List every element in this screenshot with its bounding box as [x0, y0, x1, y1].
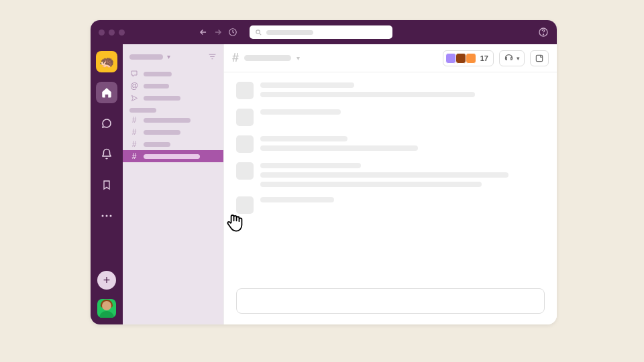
- minimize-icon[interactable]: [109, 29, 115, 36]
- member-count: 17: [480, 54, 488, 62]
- huddle-button[interactable]: ▾: [499, 50, 525, 66]
- rail-dms[interactable]: [96, 113, 117, 134]
- history-nav: [199, 27, 237, 37]
- channels-section-header[interactable]: [123, 104, 223, 114]
- sidebar-nav-item[interactable]: [123, 92, 223, 104]
- message-text-line: [260, 136, 347, 141]
- channel-view: # ▾ 17 ▾: [223, 44, 557, 324]
- members-button[interactable]: 17: [443, 50, 494, 66]
- message-icon: [129, 70, 139, 78]
- message-avatar: [236, 196, 254, 214]
- svg-point-3: [543, 34, 543, 35]
- rail-activity[interactable]: [96, 143, 117, 165]
- hash-icon: #: [129, 139, 139, 149]
- message-text-line: [260, 92, 475, 97]
- workspace-switcher[interactable]: 🦔: [96, 51, 117, 72]
- message-item[interactable]: [236, 135, 545, 153]
- message-text-line: [260, 163, 361, 168]
- filter-button[interactable]: [208, 52, 217, 61]
- help-button[interactable]: [538, 27, 549, 38]
- message-text-line: [260, 82, 354, 88]
- workspace-name[interactable]: [129, 54, 163, 60]
- member-avatar: [455, 53, 466, 64]
- message-text-line: [260, 172, 508, 178]
- message-avatar: [236, 135, 254, 153]
- channel-label: [144, 154, 200, 159]
- channel-sidebar: ▾ @ ####: [123, 44, 223, 324]
- create-button[interactable]: +: [97, 271, 116, 290]
- titlebar: [91, 20, 557, 44]
- message-item[interactable]: [236, 162, 545, 187]
- send-icon: [129, 95, 139, 102]
- sidebar-channel-item[interactable]: #: [123, 114, 223, 126]
- channel-header: # ▾ 17 ▾: [224, 44, 557, 72]
- channel-label: [144, 130, 180, 135]
- message-avatar: [236, 162, 254, 180]
- message-item[interactable]: [236, 109, 545, 126]
- chevron-down-icon[interactable]: ▾: [297, 54, 300, 62]
- sidebar-item-label: [144, 84, 169, 88]
- rail-later[interactable]: [96, 174, 117, 196]
- sidebar-item-label: [144, 96, 180, 101]
- svg-point-1: [256, 29, 260, 34]
- search-placeholder: [266, 30, 313, 35]
- forward-button[interactable]: [213, 27, 223, 37]
- member-avatar: [466, 53, 476, 64]
- plus-icon: +: [103, 274, 111, 288]
- workspace-icon: 🦔: [99, 54, 114, 69]
- member-avatar: [445, 53, 456, 64]
- workspace-rail: 🦔 +: [91, 44, 123, 324]
- message-text-line: [260, 182, 482, 187]
- message-avatar: [236, 109, 254, 126]
- chevron-down-icon: ▾: [517, 55, 520, 62]
- message-text-line: [260, 197, 334, 202]
- sidebar-channel-item[interactable]: #: [123, 150, 223, 162]
- back-button[interactable]: [199, 27, 208, 37]
- hash-icon: #: [129, 127, 139, 137]
- message-item[interactable]: [236, 196, 545, 214]
- sidebar-nav-item[interactable]: @: [123, 80, 223, 92]
- search-icon: [255, 29, 262, 36]
- message-text-line: [260, 109, 341, 115]
- message-list: [224, 72, 557, 282]
- svg-point-4: [102, 215, 104, 217]
- hash-icon: #: [129, 115, 139, 125]
- window-controls[interactable]: [99, 29, 125, 36]
- sidebar-item-label: [144, 72, 172, 76]
- svg-point-5: [106, 215, 108, 217]
- sidebar-channel-item[interactable]: #: [123, 138, 223, 150]
- message-text-line: [260, 145, 418, 151]
- close-icon[interactable]: [99, 29, 105, 36]
- svg-rect-7: [536, 55, 542, 61]
- mention-icon: @: [129, 81, 139, 90]
- channel-label: [144, 142, 170, 147]
- app-window: 🦔 +: [91, 20, 557, 324]
- rail-home[interactable]: [96, 82, 117, 103]
- maximize-icon[interactable]: [119, 29, 125, 36]
- svg-point-6: [110, 215, 112, 217]
- sidebar-channel-item[interactable]: #: [123, 126, 223, 138]
- hash-icon: #: [232, 51, 239, 65]
- canvas-button[interactable]: [530, 50, 549, 66]
- channel-name[interactable]: [244, 55, 291, 61]
- rail-more[interactable]: [96, 205, 117, 227]
- hash-icon: #: [129, 152, 139, 161]
- sidebar-nav-item[interactable]: [123, 68, 223, 80]
- message-item[interactable]: [236, 82, 545, 99]
- chevron-down-icon: ▾: [167, 53, 170, 60]
- user-avatar[interactable]: [97, 299, 116, 318]
- channel-label: [144, 118, 191, 123]
- message-composer[interactable]: [236, 288, 545, 314]
- message-avatar: [236, 82, 254, 99]
- history-button[interactable]: [228, 27, 237, 37]
- search-input[interactable]: [250, 25, 392, 39]
